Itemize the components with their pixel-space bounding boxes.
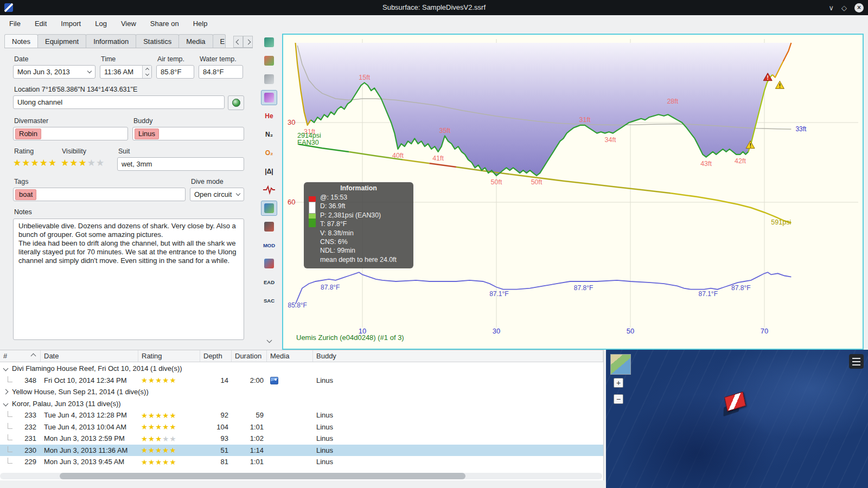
map-menu-button[interactable] xyxy=(849,354,864,369)
toolbar-collapse-chevron-icon[interactable] xyxy=(261,332,277,348)
column-header-num[interactable]: # xyxy=(0,350,41,362)
tab-media[interactable]: Media xyxy=(178,34,213,48)
dive-site-map[interactable]: + − xyxy=(606,350,868,488)
svg-text:50ft: 50ft xyxy=(531,178,542,186)
heart-rate-icon[interactable] xyxy=(261,182,277,197)
suit-field[interactable] xyxy=(117,157,244,171)
tag-chip[interactable]: boat xyxy=(15,189,36,200)
date-value: Mon Jun 3, 2013 xyxy=(17,68,70,76)
tags-field[interactable]: boat xyxy=(13,188,186,201)
trip-row[interactable]: Divi Flamingo House Reef, Fri Oct 10, 20… xyxy=(0,363,603,375)
column-header-date[interactable]: Date xyxy=(41,350,138,362)
water-temp-label: Water temp. xyxy=(200,55,243,63)
info-line: NDL: 99min xyxy=(320,246,409,255)
dive-row[interactable]: 232Tue Jun 4, 2013 10:04 AM★★★★★1041:01L… xyxy=(0,421,603,433)
dive-row[interactable]: 233Tue Jun 4, 2013 12:28 PM★★★★★9259Linu… xyxy=(0,409,603,421)
dive-rating: ★★★★★ xyxy=(138,376,200,384)
trip-row[interactable]: Koror, Palau, Jun 2013 (11 dive(s)) xyxy=(0,398,603,410)
expand-chevron-icon[interactable] xyxy=(3,389,9,395)
tissue-saturation-icon[interactable] xyxy=(261,53,277,68)
info-line: D: 36.9ft xyxy=(320,202,409,210)
svg-text:2914psi: 2914psi xyxy=(297,132,321,139)
o2-partial-pressure-icon[interactable]: O₂ xyxy=(261,145,277,160)
dive-number: 230 xyxy=(0,446,41,454)
star-icon: ★ xyxy=(148,435,155,443)
column-header-media[interactable]: Media xyxy=(267,350,313,362)
ruler-icon[interactable] xyxy=(261,219,277,234)
sac-icon[interactable]: SAC xyxy=(261,293,277,308)
air-temp-field[interactable] xyxy=(156,65,194,79)
globe-button[interactable] xyxy=(228,95,244,110)
expand-chevron-icon[interactable] xyxy=(3,366,9,371)
dive-buddy: Linus xyxy=(313,423,603,431)
dive-depth: 93 xyxy=(200,434,232,442)
column-header-duration[interactable]: Duration xyxy=(232,350,267,362)
buddy-field[interactable]: Linus xyxy=(132,127,244,140)
trip-row[interactable]: Yellow House, Sun Sep 21, 2014 (1 dive(s… xyxy=(0,386,603,398)
tab-statistics[interactable]: Statistics xyxy=(136,34,179,48)
divemaster-field[interactable]: Robin xyxy=(13,127,128,140)
buddy-chip[interactable]: Linus xyxy=(135,129,159,139)
menu-file[interactable]: File xyxy=(2,17,28,30)
time-spinbox[interactable]: 11:36 AM xyxy=(100,65,152,79)
maximize-diamond-icon[interactable]: ◇ xyxy=(841,4,847,12)
dive-row[interactable]: 230Mon Jun 3, 2013 11:36 AM★★★★★511:14Li… xyxy=(0,445,603,457)
water-temp-field[interactable] xyxy=(199,65,243,79)
dive-flag-marker[interactable] xyxy=(722,393,748,419)
dive-row[interactable]: 348Fri Oct 10, 2014 12:34 PM★★★★★142:00L… xyxy=(0,375,603,387)
trip-label: Divi Flamingo House Reef, Fri Oct 10, 20… xyxy=(12,364,182,373)
menu-log[interactable]: Log xyxy=(88,17,114,30)
dive-rating: ★★★★★ xyxy=(138,458,200,466)
dive-mode-combobox[interactable]: Open circuit xyxy=(190,188,244,201)
he-partial-pressure-icon[interactable]: He xyxy=(261,108,277,124)
menu-import[interactable]: Import xyxy=(54,17,88,30)
tab-e[interactable]: E xyxy=(213,34,226,48)
location-field[interactable] xyxy=(13,95,225,109)
window-title: Subsurface: SampleDivesV2.ssrf xyxy=(0,0,868,15)
column-header-rating[interactable]: Rating xyxy=(138,350,200,362)
rating-stars[interactable]: ★★★★★ xyxy=(13,157,56,169)
date-combobox[interactable]: Mon Jun 3, 2013 xyxy=(13,65,95,79)
deco-time-icon[interactable] xyxy=(261,256,277,271)
column-header-depth[interactable]: Depth xyxy=(200,350,232,362)
visibility-stars[interactable]: ★★★★★ xyxy=(61,157,113,169)
menu-edit[interactable]: Edit xyxy=(28,17,54,30)
tab-notes[interactable]: Notes xyxy=(4,34,38,48)
dive-row[interactable]: 229Mon Jun 3, 2013 9:45 AM★★★★★811:01Lin… xyxy=(0,456,603,468)
notes-textarea[interactable]: Unbelievable dive. Dozens and dozens of … xyxy=(13,219,244,340)
minimize-chevron-icon[interactable]: ∨ xyxy=(828,4,834,12)
ead-icon[interactable]: EAD xyxy=(261,274,277,290)
gradient-factor-icon[interactable]: |Δ| xyxy=(261,164,277,179)
tree-line xyxy=(8,376,12,382)
dive-rating: ★★★★★ xyxy=(138,411,200,420)
dive-computer-icon[interactable] xyxy=(261,35,277,50)
dive-depth: 104 xyxy=(200,423,232,431)
n2-partial-pressure-icon[interactable]: N₂ xyxy=(261,127,277,142)
photo-icon[interactable] xyxy=(270,377,278,384)
spinner-arrows-icon[interactable] xyxy=(142,66,151,78)
mod-icon[interactable]: MOD xyxy=(261,237,277,253)
tab-equipment[interactable]: Equipment xyxy=(37,34,86,48)
tab-scroll-right-icon[interactable] xyxy=(243,36,253,48)
close-icon[interactable]: × xyxy=(854,3,864,12)
dive-row[interactable]: 231Mon Jun 3, 2013 2:59 PM★★★★★931:02Lin… xyxy=(0,433,603,445)
info-line: @: 15:53 xyxy=(320,193,409,202)
column-header-buddy[interactable]: Buddy xyxy=(313,350,603,362)
tab-scroll-left-icon[interactable] xyxy=(233,36,243,48)
divemaster-chip[interactable]: Robin xyxy=(15,129,41,139)
menu-help[interactable]: Help xyxy=(186,17,215,30)
map-overview-thumbnail[interactable] xyxy=(610,354,631,375)
photos-icon[interactable] xyxy=(261,201,277,216)
scale-icon[interactable] xyxy=(261,72,277,87)
tab-information[interactable]: Information xyxy=(86,34,136,48)
expand-chevron-icon[interactable] xyxy=(3,401,9,406)
map-zoom-in-button[interactable]: + xyxy=(614,378,623,388)
horizontal-scrollbar[interactable] xyxy=(0,473,602,479)
menu-view[interactable]: View xyxy=(114,17,143,30)
menu-share-on[interactable]: Share on xyxy=(143,17,186,30)
map-zoom-out-button[interactable]: − xyxy=(614,394,623,404)
star-icon: ★ xyxy=(155,446,162,454)
scrollbar-handle[interactable] xyxy=(60,473,465,479)
ceiling-icon[interactable] xyxy=(261,90,277,105)
dive-profile-chart[interactable]: 15ft31ft40ft35ft41ft50ft50ft31ft34ft28ft… xyxy=(282,34,864,350)
